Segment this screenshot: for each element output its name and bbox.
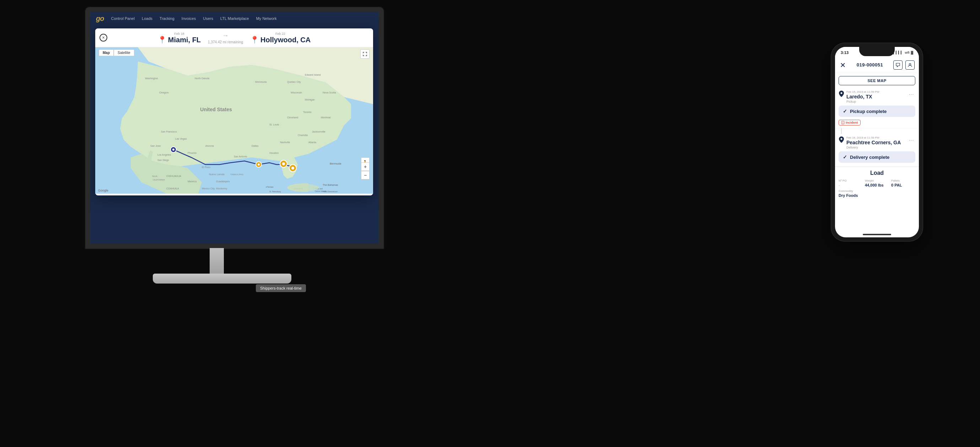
svg-text:Edward Island: Edward Island [305,73,320,76]
svg-text:Bermuda: Bermuda [330,162,342,165]
svg-text:Quebec City: Quebec City [287,81,301,83]
iphone-notch [859,47,895,56]
map-zoom-controls: + − [361,162,369,180]
delivery-status-text: Delivery complete [850,154,889,160]
svg-text:Charlotte: Charlotte [298,134,308,137]
nav-item-users[interactable]: Users [203,16,213,21]
map-fullscreen-button[interactable] [360,49,369,59]
incident-badge[interactable]: ! Incident [838,120,861,126]
load-pallets-value: 0 PAL [891,183,915,187]
load-commodity-value: Dry Foods [838,193,915,197]
svg-text:North Dakota: North Dakota [195,77,209,80]
stop-type-laredo: Pickup [846,100,880,103]
close-icon [840,62,845,67]
nav-item-tracking[interactable]: Tracking [159,16,175,21]
svg-text:BAJA: BAJA [152,175,158,177]
nav-item-loads[interactable]: Loads [142,16,153,21]
stop-left-peachtree: Feb 18, 2019 at 11:59 PM Peachtree Corne… [838,136,901,149]
map-modal-header: × Feb 18 📍 Miami, FL → 1,374.42 mi remai… [95,29,373,47]
svg-text:Monterrey: Monterrey [216,187,228,190]
delivery-status-card: ✓ Delivery complete [838,151,915,163]
svg-point-63 [841,92,843,94]
map-body[interactable]: Map Satellite [95,47,373,194]
incident-icon: ! [841,121,845,124]
monitor: go Control Panel Loads Tracking Invoices… [75,7,384,426]
map-zoom-out-button[interactable]: − [361,171,369,180]
profile-icon [908,63,912,67]
svg-text:Houston: Houston [269,152,278,154]
nav-item-network[interactable]: My Network [256,16,277,21]
pickup-status-card: ✓ Pickup complete [838,105,915,117]
svg-point-42 [172,148,175,151]
svg-text:Mexico: Mexico [188,180,197,183]
see-map-button[interactable]: SEE MAP [838,76,915,85]
chat-button[interactable] [893,60,902,70]
svg-text:Mexico City: Mexico City [202,187,215,190]
nav-item-invoices[interactable]: Invoices [181,16,196,21]
svg-text:Los Angeles: Los Angeles [158,153,171,156]
svg-point-44 [258,164,260,165]
stop-more-button-peachtree[interactable]: ··· [907,136,915,144]
chat-icon [896,63,900,67]
load-weight-field: Weight 44,000 lbs [865,179,889,187]
stop-date-laredo: Feb 15, 2019 at 11:59 PM [846,90,880,94]
svg-text:Nuevo Laredo: Nuevo Laredo [209,173,224,175]
google-logo: Google [98,189,108,192]
load-po-label: Nº PO [838,179,863,182]
svg-text:Atlanta: Atlanta [309,141,316,143]
stop-header-peachtree: Feb 18, 2019 at 11:59 PM Peachtree Corne… [838,136,915,149]
svg-text:COAHUILA: COAHUILA [166,187,179,190]
load-title: Load [838,170,915,176]
stop-pin-peachtree [838,137,844,143]
iphone-screen: 3:13 ▎▎▎▎ wifi ▓ 019-00 [835,47,919,237]
svg-point-59 [291,184,319,191]
svg-text:Nashville: Nashville [280,141,290,143]
nav-item-control-panel[interactable]: Control Panel [111,16,135,21]
svg-text:El Paso: El Paso [202,166,210,169]
nav-logo: go [96,14,104,23]
svg-text:eTampa: eTampa [266,186,274,188]
svg-text:!: ! [843,121,843,124]
delivery-check-icon: ✓ [843,154,847,160]
monitor-screen: go Control Panel Loads Tracking Invoices… [85,7,384,249]
svg-text:Oregon: Oregon [159,91,169,94]
shippers-tooltip: Shippers-track real-time [256,284,306,292]
map-origin: Feb 18 📍 Miami, FL [158,32,201,44]
stop-header-laredo: Feb 15, 2019 at 11:59 PM Laredo, TX Pick… [838,90,915,103]
load-section: Load Nº PO - Weight 44,000 lbs Pallets 0… [835,167,919,200]
profile-button[interactable] [905,60,915,70]
load-po-value: - [838,183,863,187]
svg-text:CHIHUAHUA: CHIHUAHUA [166,175,181,177]
stop-left-laredo: Feb 15, 2019 at 11:59 PM Laredo, TX Pick… [838,90,880,103]
svg-text:San Antonio: San Antonio [234,155,247,158]
map-arrow-area: → 1,374.42 mi remaining [208,32,243,44]
svg-text:San Diego: San Diego [158,159,169,162]
stop-item-laredo: Feb 15, 2019 at 11:59 PM Laredo, TX Pick… [835,88,919,128]
load-weight-value: 44,000 lbs [865,183,889,187]
battery-icon: ▓ [911,51,913,54]
home-indicator [863,234,891,235]
load-pallets-label: Pallets [891,179,915,182]
map-tab-map[interactable]: Map [99,49,114,56]
stop-type-peachtree: Delivery [846,146,901,149]
svg-text:Nova Scotia: Nova Scotia [323,91,336,94]
map-svg: Bermuda The Bahamas United States Oregon… [95,47,373,194]
map-zoom-in-button[interactable]: + [361,162,369,171]
destination-pin-icon: 📍 [250,35,259,44]
svg-text:CALIFORNIA: CALIFORNIA [152,179,165,181]
nav-item-ltl[interactable]: LTL Marketplace [220,16,249,21]
app-close-button[interactable] [839,62,846,68]
map-close-button[interactable]: × [100,34,107,41]
svg-text:TAMAULIPAS: TAMAULIPAS [230,173,243,175]
map-route-info: Feb 18 📍 Miami, FL → 1,374.42 mi remaini… [101,32,368,44]
svg-text:Minnesota: Minnesota [255,81,267,83]
load-po-field: Nº PO - [838,179,863,187]
map-tab-satellite[interactable]: Satellite [114,49,134,56]
load-details-grid: Nº PO - Weight 44,000 lbs Pallets 0 PAL [838,179,915,187]
svg-text:Jacksonville: Jacksonville [312,130,326,133]
stop-more-button-laredo[interactable]: ··· [907,90,915,98]
fullscreen-icon [363,52,367,56]
iphone-outer: 3:13 ▎▎▎▎ wifi ▓ 019-00 [831,43,923,242]
svg-text:Toronto: Toronto [303,111,311,113]
svg-text:San Jose: San Jose [150,145,161,147]
